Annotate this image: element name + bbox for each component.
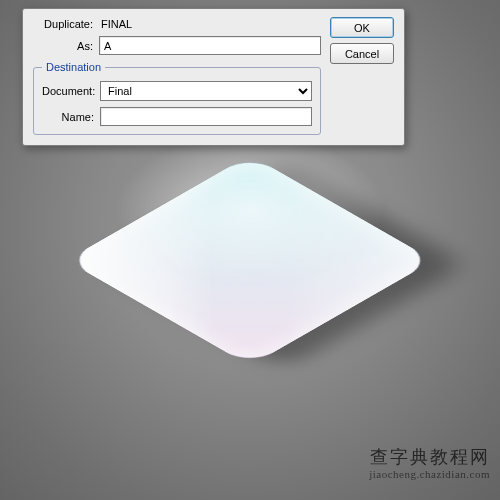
artwork-layer (66, 155, 434, 366)
name-input[interactable] (100, 107, 312, 126)
document-select[interactable]: Final (100, 81, 312, 101)
as-label: As: (33, 40, 93, 52)
duplicate-label: Duplicate: (33, 18, 93, 30)
duplicate-source-value: FINAL (99, 18, 132, 30)
watermark-url: jiaocheng.chazidian.com (369, 468, 490, 482)
destination-legend: Destination (42, 61, 105, 73)
watermark: 查字典教程网 jiaocheng.chazidian.com (369, 446, 490, 482)
document-label: Document: (42, 85, 94, 97)
watermark-title: 查字典教程网 (369, 446, 490, 469)
name-label: Name: (42, 111, 94, 123)
ok-button[interactable]: OK (330, 17, 394, 38)
destination-group: Destination Document: Final Name: (33, 61, 321, 135)
cancel-button[interactable]: Cancel (330, 43, 394, 64)
duplicate-dialog: Duplicate: FINAL As: Destination Documen… (22, 8, 405, 146)
as-input[interactable] (99, 36, 321, 55)
background-3d-artwork (66, 155, 434, 366)
